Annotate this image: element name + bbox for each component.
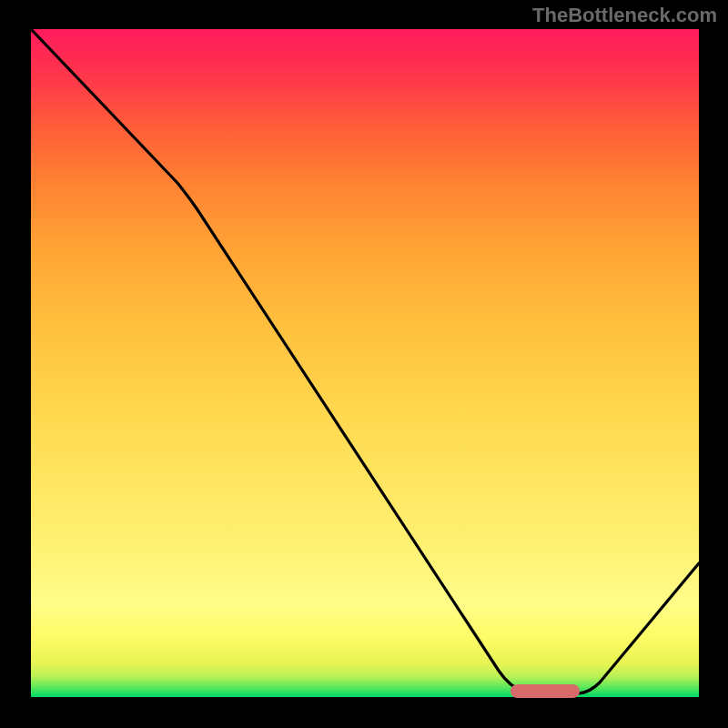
bottleneck-curve	[31, 29, 699, 697]
curve-path	[31, 29, 699, 693]
chart-container: TheBottleneck.com	[0, 0, 728, 728]
optimal-range-marker	[511, 684, 580, 698]
watermark-text: TheBottleneck.com	[532, 4, 717, 27]
plot-area	[31, 29, 699, 697]
